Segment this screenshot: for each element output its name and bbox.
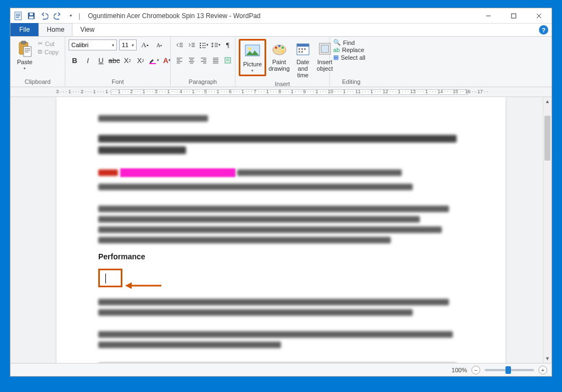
view-tab[interactable]: View <box>72 23 102 36</box>
date-time-button[interactable]: Date and time <box>292 39 314 79</box>
file-tab[interactable]: File <box>10 23 38 36</box>
picture-button[interactable]: Picture ▾ <box>241 41 264 74</box>
replace-button[interactable]: abReplace <box>333 47 366 53</box>
font-size-combo[interactable]: 11▾ <box>119 39 137 50</box>
ribbon: Paste ▾ ✂Cut ⧉Copy Clipboard Calibri▾ 11… <box>10 37 552 87</box>
highlight-color-button[interactable]: ▾ <box>148 54 160 66</box>
paste-icon <box>16 40 33 58</box>
align-right-button[interactable] <box>198 54 209 66</box>
scroll-thumb[interactable] <box>544 116 550 161</box>
paint-drawing-button[interactable]: Paint drawing <box>266 39 292 73</box>
font-group-label: Font <box>69 77 167 87</box>
svg-rect-6 <box>30 13 33 15</box>
subscript-button[interactable]: X2 <box>121 54 133 66</box>
window-title: Oguntimehin Acer Chromebook Spin 13 Revi… <box>88 12 261 20</box>
document-page[interactable]: Performance <box>57 97 505 363</box>
ruler[interactable]: 3 · · · 1 · · · 2 · · · 1 · · · 1 · · · … <box>10 87 552 97</box>
strike-button[interactable]: abc <box>108 54 120 66</box>
find-button[interactable]: 🔍Find <box>333 39 366 46</box>
highlight-icon <box>148 56 157 65</box>
redo-icon[interactable] <box>52 10 63 21</box>
superscript-button[interactable]: X2 <box>134 54 147 66</box>
bold-button[interactable]: B <box>69 54 81 66</box>
svg-rect-15 <box>25 50 30 51</box>
save-icon[interactable] <box>26 10 37 21</box>
align-center-button[interactable] <box>186 54 197 66</box>
svg-rect-63 <box>304 48 306 50</box>
show-marks-button[interactable]: ¶ <box>222 39 233 51</box>
svg-point-26 <box>200 47 201 48</box>
shrink-font-button[interactable]: A▾ <box>153 39 165 51</box>
svg-rect-3 <box>16 17 19 18</box>
svg-marker-69 <box>125 282 132 289</box>
close-button[interactable] <box>526 8 552 24</box>
select-all-icon: ▦ <box>333 54 339 61</box>
qat-dropdown-icon[interactable]: ▾ <box>65 10 76 21</box>
svg-rect-16 <box>25 52 29 53</box>
picture-button-highlight: Picture ▾ <box>239 39 266 76</box>
svg-point-55 <box>275 47 277 49</box>
select-all-button[interactable]: ▦Select all <box>333 54 366 61</box>
underline-button[interactable]: U <box>95 54 107 66</box>
paste-button[interactable]: Paste ▾ <box>14 39 36 72</box>
paragraph-dialog-button[interactable] <box>222 54 233 66</box>
zoom-in-button[interactable]: + <box>538 366 547 374</box>
svg-rect-67 <box>321 45 329 53</box>
grow-font-button[interactable]: A▴ <box>139 39 151 51</box>
find-icon: 🔍 <box>333 39 341 46</box>
italic-button[interactable]: I <box>82 54 94 66</box>
document-area: Performance ▲ ▼ <box>10 97 552 363</box>
minimize-button[interactable] <box>476 8 501 24</box>
svg-rect-64 <box>299 51 300 53</box>
svg-point-57 <box>282 47 284 49</box>
svg-point-56 <box>278 45 280 47</box>
app-icon <box>14 12 23 20</box>
home-tab[interactable]: Home <box>38 23 72 36</box>
svg-rect-65 <box>301 51 303 53</box>
replace-icon: ab <box>333 47 340 53</box>
svg-point-53 <box>248 47 251 50</box>
svg-rect-61 <box>299 48 300 50</box>
svg-rect-17 <box>149 63 156 64</box>
svg-rect-14 <box>25 48 30 49</box>
text-cursor-annotation <box>98 269 122 287</box>
clipboard-group-label: Clipboard <box>14 77 61 87</box>
editing-group-label: Editing <box>333 77 369 87</box>
zoom-slider[interactable] <box>485 369 534 371</box>
maximize-button[interactable] <box>501 8 526 24</box>
paint-icon <box>271 40 288 58</box>
scroll-up-icon[interactable]: ▲ <box>543 97 552 106</box>
vertical-scrollbar[interactable]: ▲ ▼ <box>543 97 552 363</box>
title-bar: ▾ | Oguntimehin Acer Chromebook Spin 13 … <box>10 8 552 24</box>
scroll-down-icon[interactable]: ▼ <box>543 354 552 363</box>
zoom-out-button[interactable]: − <box>471 366 480 374</box>
justify-button[interactable] <box>210 54 221 66</box>
svg-rect-12 <box>21 41 26 44</box>
line-spacing-button[interactable]: ▾ <box>210 39 221 51</box>
calendar-icon <box>294 40 312 58</box>
copy-button[interactable]: ⧉Copy <box>38 48 59 55</box>
svg-point-58 <box>282 50 284 53</box>
decrease-indent-button[interactable] <box>174 39 185 51</box>
svg-point-25 <box>200 45 201 46</box>
svg-rect-60 <box>297 44 309 47</box>
svg-rect-49 <box>225 58 231 63</box>
bullets-button[interactable]: ▾ <box>198 39 209 51</box>
font-family-combo[interactable]: Calibri▾ <box>69 39 117 50</box>
svg-rect-62 <box>301 48 303 50</box>
paragraph-group-label: Paragraph <box>174 77 232 87</box>
svg-point-24 <box>200 43 201 44</box>
svg-rect-8 <box>512 14 516 18</box>
undo-icon[interactable] <box>39 10 50 21</box>
cut-icon: ✂ <box>38 40 43 47</box>
status-bar: 100% − + <box>10 363 552 376</box>
document-heading: Performance <box>98 252 464 261</box>
help-icon[interactable]: ? <box>539 25 548 35</box>
svg-rect-1 <box>16 14 20 15</box>
align-left-button[interactable] <box>174 54 185 66</box>
picture-icon <box>244 42 261 60</box>
copy-icon: ⧉ <box>38 48 42 55</box>
cut-button[interactable]: ✂Cut <box>38 40 59 47</box>
increase-indent-button[interactable] <box>186 39 197 51</box>
quick-access-toolbar: ▾ <box>26 10 76 21</box>
